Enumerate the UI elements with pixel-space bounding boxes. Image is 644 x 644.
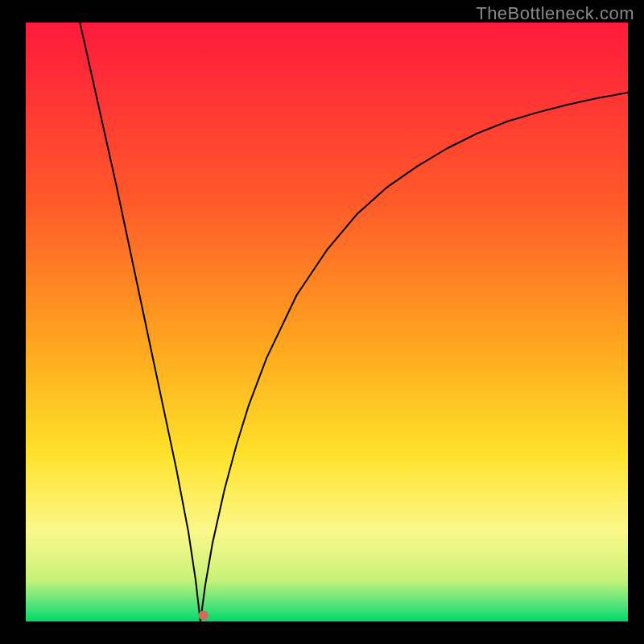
- watermark-text: TheBottleneck.com: [476, 3, 634, 24]
- bottleneck-chart: [0, 0, 644, 644]
- chart-canvas: TheBottleneck.com: [0, 0, 644, 644]
- notch-marker: [199, 611, 208, 621]
